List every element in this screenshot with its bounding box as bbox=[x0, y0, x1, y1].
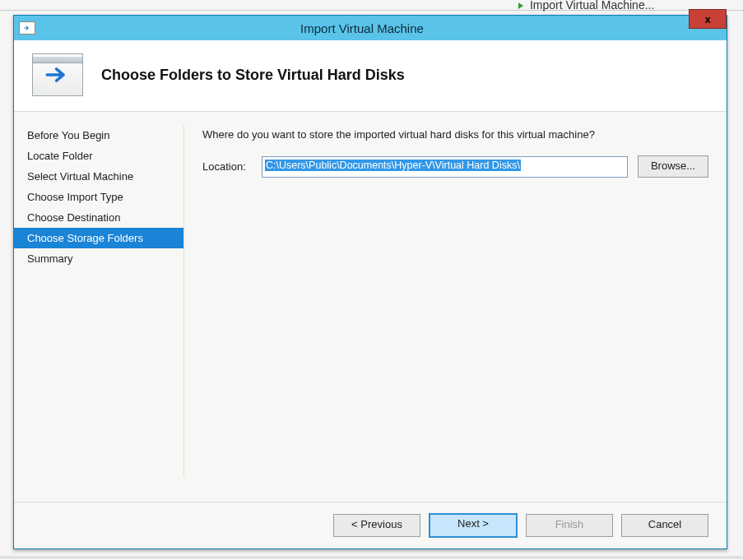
sidebar-item-step-6[interactable]: Summary bbox=[14, 248, 183, 269]
sidebar-item-label: Before You Begin bbox=[27, 129, 109, 141]
location-input-value: C:\Users\Public\Documents\Hyper-V\Virtua… bbox=[265, 160, 521, 171]
sidebar-item-label: Select Virtual Machine bbox=[27, 170, 133, 183]
sidebar-item-label: Choose Storage Folders bbox=[27, 232, 143, 244]
sidebar-item-step-2[interactable]: Select Virtual Machine bbox=[14, 166, 183, 187]
wizard-footer: < Previous Next > Finish Cancel bbox=[14, 502, 727, 548]
sidebar-item-step-3[interactable]: Choose Import Type bbox=[14, 187, 183, 207]
wizard-step-title: Choose Folders to Store Virtual Hard Dis… bbox=[101, 67, 405, 84]
location-label: Location: bbox=[202, 160, 252, 173]
wizard-header-icon bbox=[32, 53, 83, 96]
browse-button[interactable]: Browse... bbox=[638, 155, 708, 178]
import-arrow-icon bbox=[518, 2, 523, 9]
sidebar-item-label: Choose Destination bbox=[27, 211, 120, 224]
bg-action-label: Import Virtual Machine... bbox=[530, 0, 654, 12]
location-input[interactable]: C:\Users\Public\Documents\Hyper-V\Virtua… bbox=[262, 156, 628, 178]
wizard-steps-sidebar: Before You BeginLocate FolderSelect Virt… bbox=[14, 112, 183, 502]
finish-button: Finish bbox=[526, 514, 613, 537]
prompt-text: Where do you want to store the imported … bbox=[202, 128, 708, 141]
sidebar-item-step-0[interactable]: Before You Begin bbox=[14, 125, 183, 146]
location-row: Location: C:\Users\Public\Documents\Hype… bbox=[202, 155, 708, 178]
close-button[interactable]: x bbox=[689, 9, 727, 29]
sidebar-item-label: Choose Import Type bbox=[27, 191, 123, 203]
bg-action-link[interactable]: Import Virtual Machine... bbox=[518, 0, 654, 12]
sidebar-item-label: Locate Folder bbox=[27, 150, 93, 162]
wizard-content: Where do you want to store the imported … bbox=[184, 112, 727, 502]
sidebar-item-step-5[interactable]: Choose Storage Folders bbox=[14, 228, 183, 248]
previous-button[interactable]: < Previous bbox=[333, 514, 420, 537]
titlebar: Import Virtual Machine x bbox=[14, 16, 727, 40]
cancel-button[interactable]: Cancel bbox=[621, 514, 708, 537]
window-title: Import Virtual Machine bbox=[35, 21, 689, 35]
window-icon bbox=[19, 21, 35, 35]
page-bottom-shadow bbox=[0, 555, 743, 558]
wizard-header: Choose Folders to Store Virtual Hard Dis… bbox=[14, 40, 727, 111]
next-button[interactable]: Next > bbox=[429, 513, 518, 538]
sidebar-item-step-1[interactable]: Locate Folder bbox=[14, 146, 183, 166]
import-vm-dialog: Import Virtual Machine x Choose Folders … bbox=[13, 15, 727, 549]
sidebar-item-step-4[interactable]: Choose Destination bbox=[14, 207, 183, 228]
wizard-body: Before You BeginLocate FolderSelect Virt… bbox=[14, 112, 727, 502]
sidebar-item-label: Summary bbox=[27, 252, 73, 265]
close-icon: x bbox=[704, 13, 710, 25]
